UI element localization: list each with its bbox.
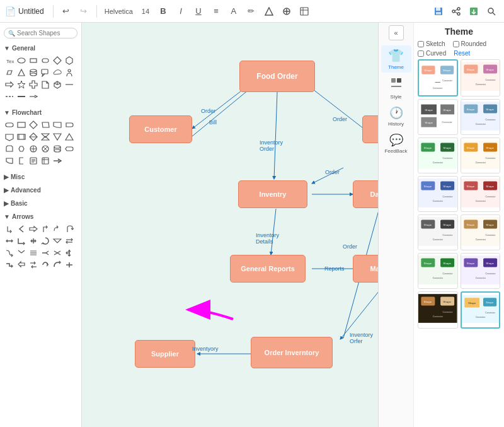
theme-card-11[interactable]: Shape Shape Connector Connector [418,253,458,289]
italic-button[interactable]: I [173,4,188,19]
arrow-zig[interactable] [16,247,27,259]
shape-cross[interactable] [28,79,39,90]
node-manager[interactable]: Manager [353,255,378,283]
flow-or[interactable] [28,143,39,155]
export-button[interactable] [466,4,481,19]
flow-sort[interactable] [28,131,39,143]
shape-hex[interactable] [64,55,75,66]
theme-card-8[interactable]: Shape Shape Connector Connector [461,176,501,212]
flow-offpage[interactable] [4,131,15,143]
shape-star[interactable] [16,79,27,90]
arrow-swap[interactable] [28,259,39,271]
curved-checkbox[interactable] [418,50,424,57]
shape-rounded[interactable] [40,55,51,66]
arrow-loop[interactable] [40,259,51,271]
node-food-order[interactable]: Food Order [239,61,315,92]
sketch-option[interactable]: Sketch [418,40,445,47]
arrow-bend[interactable] [52,259,63,271]
arrow-multi[interactable] [28,247,39,259]
canvas-area[interactable]: Food Order Customer Kitchen Inventry Dat… [82,23,378,427]
flow-extract[interactable] [64,131,75,143]
theme-icon-theme[interactable]: 👕 Theme [381,45,411,73]
theme-card-4[interactable]: Shape Shape Connector Connector [461,99,501,135]
shape-person[interactable] [64,67,75,78]
flow-collate[interactable] [40,131,51,143]
rounded-option[interactable]: Rounded [453,40,487,47]
flow-decision[interactable] [28,119,39,131]
shape-diamond[interactable] [52,55,63,66]
node-kitchen[interactable]: Kitchen [362,115,378,143]
sketch-checkbox[interactable] [418,41,424,47]
arrow-3way[interactable] [64,247,75,259]
extra2-button[interactable] [297,4,312,19]
arrow-cycle[interactable] [40,235,51,247]
theme-card-12[interactable]: Shape Shape Connector Connector [461,253,501,289]
node-customer[interactable]: Customer [129,115,192,143]
theme-card-2[interactable]: Shape Shape Connector Connector [461,59,501,97]
share-button[interactable] [449,4,464,19]
flow-predefined[interactable] [16,131,27,143]
node-datastore[interactable]: Data Store [353,180,378,208]
flow-sumjunction[interactable] [40,143,51,155]
theme-card-6[interactable]: Shape Shape Connector Connector [461,137,501,173]
shape-text[interactable]: Text [4,55,15,66]
flow-data[interactable] [40,119,51,131]
flow-db[interactable] [52,143,63,155]
arrow-fork[interactable] [40,247,51,259]
category-arrows-title[interactable]: ▼ Arrows [4,212,77,221]
shape-cylinder[interactable] [28,67,39,78]
text-color-button[interactable]: A [226,4,241,19]
arrow-crossover[interactable] [52,247,63,259]
arrow-right-fat[interactable] [28,223,39,235]
shape-cube[interactable] [52,79,63,90]
arrow-curved[interactable] [52,223,63,235]
arrow-double-v[interactable] [52,235,63,247]
shape-triangle[interactable] [16,67,27,78]
theme-icon-feedback[interactable]: 💬 FeedBack [381,131,411,156]
rounded-checkbox[interactable] [453,41,459,47]
shape-doc[interactable] [40,79,51,90]
save-button[interactable] [431,4,446,19]
shape-line3[interactable] [16,91,27,102]
search-box[interactable]: 🔍 [4,28,77,38]
category-misc-title[interactable]: ▶ Misc [4,172,77,182]
shape-arrow-line[interactable] [28,91,39,102]
curved-option[interactable]: Curved [418,50,446,57]
arrow-double-line[interactable] [64,235,75,247]
format-button[interactable]: ≡ [209,4,224,19]
flow-tape[interactable] [4,155,15,167]
category-flowchart-title[interactable]: ▼ Flowchart [4,108,77,117]
collapse-button[interactable]: « [389,25,404,40]
theme-card-10[interactable]: Shape Shape Connector Connector [461,214,501,250]
flow-prep[interactable] [16,143,27,155]
flow-loop-limit[interactable] [4,143,15,155]
arrow-curly[interactable] [4,247,15,259]
node-supplier[interactable]: Supplier [135,340,195,368]
flow-doc2[interactable] [52,119,63,131]
node-general-reports[interactable]: General Reports [230,255,306,283]
flow-display[interactable] [64,143,75,155]
shape-line1[interactable] [64,79,75,90]
shape-arrow-r[interactable] [4,79,15,90]
undo-button[interactable]: ↩ [59,4,74,19]
flow-delay[interactable] [64,119,75,131]
shape-ellipse[interactable] [16,55,27,66]
shape-rect[interactable] [28,55,39,66]
theme-card-1[interactable]: Shape Shape Connector Connector [418,59,458,97]
arrow-line-through[interactable] [64,259,75,271]
category-general-title[interactable]: ▼ General [4,44,77,53]
shape-callout[interactable] [40,67,51,78]
category-basic-title[interactable]: ▶ Basic [4,199,77,208]
arrow-step[interactable] [4,259,15,271]
flow-process[interactable] [16,119,27,131]
arrow-uturn[interactable] [64,223,75,235]
arrow-down[interactable] [4,223,15,235]
flow-terminator[interactable] [4,119,15,131]
underline-button[interactable]: U [191,4,206,19]
theme-card-5[interactable]: Shape Shape Connector Connector [418,137,458,173]
flow-arrowshape[interactable] [52,155,63,167]
theme-card-14[interactable]: Shape Shape Connector Connector [461,291,501,329]
arrow-split[interactable] [28,235,39,247]
shape-button[interactable] [261,4,277,19]
arrow-back[interactable] [16,259,27,271]
